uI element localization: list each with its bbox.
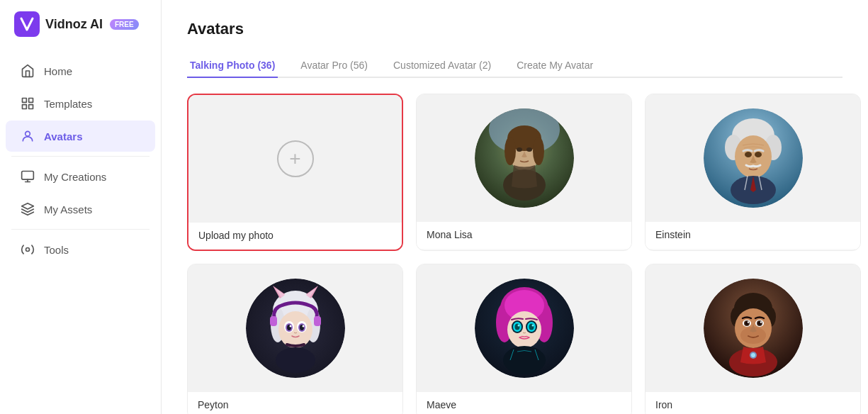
sidebar-label-home: Home — [44, 65, 72, 77]
page-title: Avatars — [187, 20, 842, 38]
svg-point-59 — [512, 320, 523, 333]
avatar-grid: + Upload my photo — [187, 94, 842, 414]
avatar-card-einstein[interactable]: Einstein — [645, 94, 861, 251]
svg-point-35 — [278, 311, 312, 348]
avatar-card-upload[interactable]: + Upload my photo — [187, 94, 403, 251]
svg-point-42 — [289, 325, 291, 328]
svg-point-19 — [526, 147, 532, 152]
svg-point-44 — [276, 347, 315, 373]
avatar-card-iron[interactable]: Iron — [645, 264, 861, 414]
svg-point-16 — [505, 137, 516, 165]
avatar-img-einstein — [646, 94, 860, 222]
avatar-img-mona-lisa — [417, 94, 631, 222]
avatar-card-mona-lisa[interactable]: Mona Lisa — [416, 94, 632, 251]
avatar-name-mona-lisa: Mona Lisa — [417, 222, 631, 249]
svg-point-10 — [26, 248, 30, 252]
svg-rect-3 — [29, 105, 33, 109]
avatar-img-iron — [646, 264, 860, 392]
svg-rect-2 — [29, 99, 33, 103]
iron-portrait — [704, 279, 803, 378]
sidebar-label-avatars: Avatars — [44, 130, 82, 142]
tabs-bar: Talking Photo (36) Avatar Pro (56) Custo… — [187, 54, 842, 78]
svg-point-78 — [751, 353, 755, 357]
svg-point-5 — [26, 131, 30, 136]
svg-point-74 — [747, 321, 748, 323]
avatars-icon — [20, 128, 35, 144]
main-content: Avatars Talking Photo (36) Avatar Pro (5… — [162, 0, 868, 414]
sidebar-item-my-creations[interactable]: My Creations — [6, 161, 155, 192]
svg-point-27 — [755, 152, 762, 157]
logo-badge: FREE — [110, 19, 139, 30]
upload-plus-icon: + — [277, 140, 314, 177]
sidebar-label-templates: Templates — [44, 98, 92, 110]
peyton-portrait — [246, 279, 345, 378]
nav-list: Home Templates Avatars My Creations — [0, 48, 161, 414]
tools-icon — [20, 242, 35, 257]
avatar-name-upload: Upload my photo — [188, 223, 402, 250]
svg-point-43 — [302, 325, 304, 328]
avatar-img-maeve — [417, 264, 631, 392]
tab-avatar-pro[interactable]: Avatar Pro (56) — [298, 54, 371, 78]
upload-area: + — [188, 95, 402, 223]
nav-divider-2 — [11, 229, 150, 230]
logo-text: Vidnoz AI — [45, 17, 103, 32]
svg-rect-0 — [14, 11, 40, 37]
sidebar-item-avatars[interactable]: Avatars — [6, 121, 155, 152]
svg-point-60 — [526, 320, 537, 333]
sidebar-item-templates[interactable]: Templates — [6, 88, 155, 119]
maeve-portrait — [475, 279, 574, 378]
mona-lisa-portrait — [475, 108, 574, 208]
creations-icon — [20, 169, 35, 184]
avatar-name-maeve: Maeve — [417, 392, 631, 414]
tab-talking-photo[interactable]: Talking Photo (36) — [187, 54, 278, 78]
avatar-name-peyton: Peyton — [188, 392, 402, 414]
home-icon — [20, 63, 35, 79]
svg-rect-1 — [23, 99, 27, 103]
sidebar-label-tools: Tools — [44, 244, 69, 256]
avatar-img-peyton — [188, 264, 402, 392]
svg-rect-34 — [314, 316, 321, 326]
sidebar: Vidnoz AI FREE Home Templates Avatars — [0, 0, 162, 414]
avatar-card-peyton[interactable]: Peyton — [187, 264, 403, 414]
tab-customized-avatar[interactable]: Customized Avatar (2) — [390, 54, 494, 78]
einstein-portrait — [704, 108, 803, 208]
templates-icon — [20, 96, 35, 111]
assets-icon — [20, 201, 35, 217]
avatar-name-iron: Iron — [646, 392, 860, 414]
avatar-card-maeve[interactable]: Maeve — [416, 264, 632, 414]
svg-rect-6 — [22, 172, 34, 180]
svg-point-26 — [745, 152, 752, 157]
tab-create-my-avatar[interactable]: Create My Avatar — [514, 54, 596, 78]
nav-divider-1 — [11, 156, 150, 157]
logo-area: Vidnoz AI FREE — [0, 0, 161, 48]
logo-icon — [14, 11, 40, 37]
avatar-name-einstein: Einstein — [646, 222, 860, 249]
svg-point-75 — [760, 321, 761, 323]
sidebar-item-home[interactable]: Home — [6, 55, 155, 86]
svg-marker-9 — [22, 203, 34, 209]
sidebar-label-my-assets: My Assets — [44, 203, 92, 216]
svg-point-17 — [533, 137, 544, 165]
svg-point-18 — [517, 147, 522, 152]
sidebar-item-my-assets[interactable]: My Assets — [6, 194, 155, 225]
sidebar-label-my-creations: My Creations — [44, 171, 106, 183]
svg-rect-33 — [270, 316, 277, 326]
svg-rect-4 — [23, 105, 27, 109]
sidebar-item-tools[interactable]: Tools — [6, 234, 155, 265]
